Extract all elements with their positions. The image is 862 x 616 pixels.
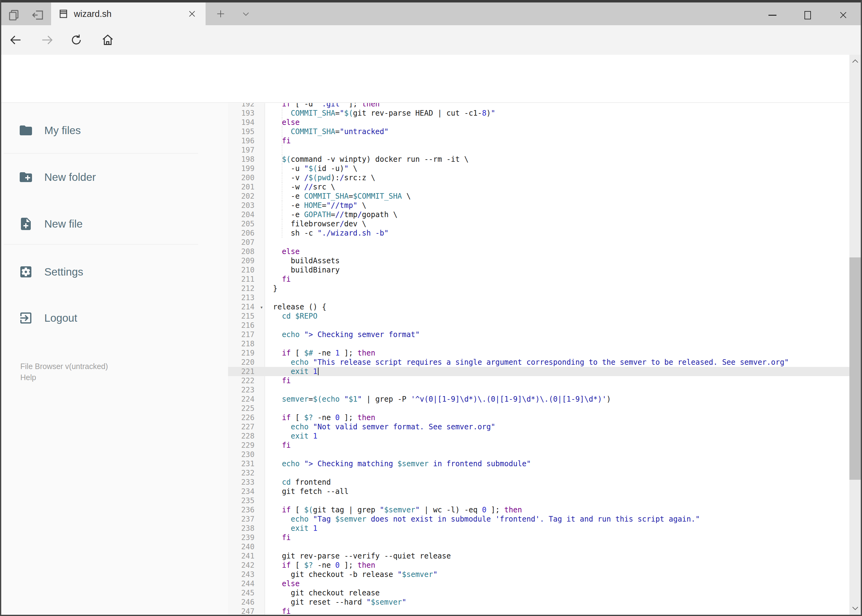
code-line[interactable]: 206 sh -c "./wizard.sh -b" bbox=[228, 228, 849, 238]
line-number: 216 bbox=[228, 321, 265, 330]
tab-list-chevron-icon[interactable] bbox=[238, 7, 254, 21]
code-line[interactable]: 205 filebrowser/dev \ bbox=[228, 219, 849, 228]
line-number: 205 bbox=[228, 219, 265, 228]
code-line[interactable]: 217 echo "> Checking semver format" bbox=[228, 330, 849, 339]
code-line[interactable]: 197 bbox=[228, 146, 849, 155]
code-line[interactable]: 241 git rev-parse --verify --quiet relea… bbox=[228, 552, 849, 561]
code-line[interactable]: 209 buildAssets bbox=[228, 256, 849, 266]
forward-button[interactable] bbox=[39, 32, 55, 48]
code-line[interactable]: 231 echo "> Checking matching $semver in… bbox=[228, 459, 849, 468]
code-text: fi bbox=[265, 376, 291, 385]
code-line[interactable]: 194 else bbox=[228, 118, 849, 127]
code-line[interactable]: 202 -e COMMIT_SHA=$COMMIT_SHA \ bbox=[228, 192, 849, 201]
line-number: 245 bbox=[228, 588, 265, 597]
code-line[interactable]: 227 echo "Not valid semver format. See s… bbox=[228, 422, 849, 432]
page-scrollbar[interactable] bbox=[849, 55, 861, 615]
code-line[interactable]: 196 fi bbox=[228, 136, 849, 146]
code-line[interactable]: 214▾release () { bbox=[228, 302, 849, 311]
code-line[interactable]: 216 bbox=[228, 321, 849, 330]
code-line[interactable]: 228 exit 1 bbox=[228, 432, 849, 441]
code-line[interactable]: 204 -e GOPATH=//tmp/gopath \ bbox=[228, 210, 849, 219]
code-line[interactable]: 244 else bbox=[228, 579, 849, 588]
refresh-button[interactable] bbox=[68, 32, 84, 48]
code-line[interactable]: 208 else bbox=[228, 247, 849, 256]
line-number: 199 bbox=[228, 164, 265, 173]
code-line[interactable]: 245 git checkout release bbox=[228, 588, 849, 597]
code-line[interactable]: 236 if [ $(git tag | grep "$semver" | wc… bbox=[228, 505, 849, 514]
code-editor[interactable]: 192 if [ -d ".git" ]; then193 COMMIT_SHA… bbox=[228, 103, 849, 615]
set-tabs-aside-button[interactable] bbox=[30, 8, 47, 22]
code-line[interactable]: 246 git reset --hard "$semver" bbox=[228, 597, 849, 607]
back-button[interactable] bbox=[8, 32, 24, 48]
window-close-button[interactable] bbox=[826, 5, 861, 25]
help-link[interactable]: Help bbox=[20, 373, 36, 382]
code-text: fi bbox=[265, 441, 291, 450]
code-line[interactable]: 222 fi bbox=[228, 376, 849, 385]
home-button[interactable] bbox=[100, 32, 116, 48]
fold-marker-icon[interactable]: ▾ bbox=[260, 303, 263, 312]
code-text bbox=[265, 293, 273, 302]
code-text: fi bbox=[265, 533, 291, 542]
code-line[interactable]: 218 bbox=[228, 339, 849, 349]
scroll-down-icon[interactable] bbox=[849, 601, 861, 615]
window-maximize-button[interactable] bbox=[790, 5, 826, 25]
line-number: 229 bbox=[228, 441, 265, 450]
window-minimize-button[interactable] bbox=[755, 5, 790, 25]
code-line[interactable]: 219 if [ $# -ne 1 ]; then bbox=[228, 349, 849, 358]
sidebar-item-my-files[interactable]: My files bbox=[1, 119, 217, 141]
code-line[interactable]: 193 COMMIT_SHA="$(git rev-parse HEAD | c… bbox=[228, 108, 849, 118]
code-line[interactable]: 233 cd frontend bbox=[228, 478, 849, 487]
code-line[interactable]: 210 buildBinary bbox=[228, 266, 849, 275]
code-text: semver=$(echo "$1" | grep -P '^v(0|[1-9]… bbox=[265, 394, 611, 404]
tab-close-icon[interactable] bbox=[186, 8, 198, 20]
scrollbar-thumb[interactable] bbox=[849, 258, 861, 480]
scroll-up-icon[interactable] bbox=[849, 55, 861, 68]
code-line[interactable]: 247 fi bbox=[228, 607, 849, 615]
code-line[interactable]: 243 git checkout -b release "$semver" bbox=[228, 570, 849, 579]
code-text: git checkout -b release "$semver" bbox=[265, 570, 438, 579]
code-line[interactable]: 213 bbox=[228, 293, 849, 302]
code-line[interactable]: 223 bbox=[228, 385, 849, 394]
code-line[interactable]: 200 -v /$(pwd):/src:z \ bbox=[228, 173, 849, 182]
code-line[interactable]: 199 -u "$(id -u)" \ bbox=[228, 164, 849, 173]
code-line[interactable]: 229 fi bbox=[228, 441, 849, 450]
code-line[interactable]: 238 exit 1 bbox=[228, 524, 849, 533]
code-line[interactable]: 237 echo "Tag $semver does not exist in … bbox=[228, 514, 849, 524]
line-number: 221 bbox=[228, 367, 265, 376]
code-line[interactable]: 232 bbox=[228, 468, 849, 478]
code-text: git fetch --all bbox=[265, 487, 349, 496]
code-line[interactable]: 220 echo "This release script requires a… bbox=[228, 358, 849, 367]
code-line[interactable]: 234 git fetch --all bbox=[228, 487, 849, 496]
tab-preview-button[interactable] bbox=[6, 8, 23, 22]
sidebar-item-new-file[interactable]: New file bbox=[1, 213, 217, 235]
code-line[interactable]: 212} bbox=[228, 284, 849, 293]
new-tab-button[interactable] bbox=[212, 7, 229, 21]
code-line[interactable]: 224 semver=$(echo "$1" | grep -P '^v(0|[… bbox=[228, 394, 849, 404]
code-line[interactable]: 242 if [ $? -ne 0 ]; then bbox=[228, 561, 849, 570]
browser-tab-wizard-sh[interactable]: wizard.sh bbox=[51, 2, 206, 25]
code-line[interactable]: 192 if [ -d ".git" ]; then bbox=[228, 103, 849, 108]
code-line[interactable]: 230 bbox=[228, 450, 849, 459]
code-line[interactable]: 195 COMMIT_SHA="untracked" bbox=[228, 127, 849, 136]
code-line[interactable]: 201 -w //src \ bbox=[228, 182, 849, 192]
code-line[interactable]: 211 fi bbox=[228, 275, 849, 284]
code-line[interactable]: 221 exit 1 bbox=[228, 367, 849, 376]
code-text: if [ -d ".git" ]; then bbox=[265, 103, 380, 108]
code-line[interactable]: 203 -e HOME="//tmp" \ bbox=[228, 201, 849, 210]
code-line[interactable]: 240 bbox=[228, 542, 849, 552]
code-line[interactable]: 207 bbox=[228, 238, 849, 247]
sidebar-item-settings[interactable]: Settings bbox=[1, 261, 217, 283]
line-number: 240 bbox=[228, 542, 265, 552]
code-line[interactable]: 198 $(command -v winpty) docker run --rm… bbox=[228, 155, 849, 164]
code-line[interactable]: 225 bbox=[228, 404, 849, 413]
code-line[interactable]: 215 cd $REPO bbox=[228, 311, 849, 321]
line-number: 197 bbox=[228, 146, 265, 155]
code-line[interactable]: 239 fi bbox=[228, 533, 849, 542]
sidebar-item-new-folder[interactable]: New folder bbox=[1, 167, 217, 188]
line-number: 193 bbox=[228, 108, 265, 118]
line-number: 215 bbox=[228, 311, 265, 321]
sidebar-item-label: New file bbox=[44, 218, 82, 230]
code-line[interactable]: 226 if [ $? -ne 0 ]; then bbox=[228, 413, 849, 422]
sidebar-item-logout[interactable]: Logout bbox=[1, 307, 217, 329]
code-line[interactable]: 235 bbox=[228, 496, 849, 505]
